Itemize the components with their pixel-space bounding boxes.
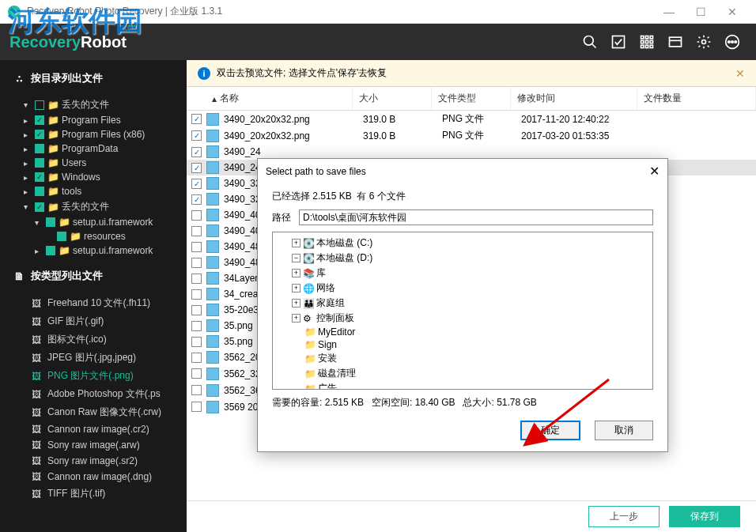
folder-tree-item[interactable]: 📁Sign (276, 338, 649, 351)
expand-icon[interactable]: ▸ (24, 130, 32, 139)
expand-icon[interactable]: − (292, 254, 301, 262)
checkbox[interactable] (191, 353, 202, 363)
expand-icon[interactable]: + (292, 314, 301, 323)
expand-icon[interactable]: + (292, 239, 301, 247)
file-row[interactable]: 3490_20x20x32.png319.0 BPNG 文件2017-11-20… (187, 111, 756, 127)
checkbox[interactable] (35, 158, 44, 168)
col-count[interactable]: 文件数量 (637, 87, 756, 110)
more-icon[interactable] (718, 28, 747, 56)
checkbox[interactable]: ✓ (35, 202, 44, 212)
checkbox[interactable] (35, 187, 44, 196)
folder-tree-item[interactable]: +⚙控制面板 (276, 311, 649, 326)
type-item[interactable]: 🖼Freehand 10 文件(.fh11) (0, 294, 187, 312)
checkbox[interactable] (191, 210, 202, 221)
checkbox[interactable] (191, 337, 202, 347)
checkbox[interactable] (35, 144, 44, 153)
type-item[interactable]: 🖼TIFF 图片(.tif) (0, 485, 187, 503)
col-type[interactable]: 文件类型 (432, 87, 511, 110)
checkbox[interactable] (191, 368, 202, 379)
type-item[interactable]: 🖼图标文件(.ico) (0, 330, 187, 349)
expand-icon[interactable]: ▸ (24, 116, 32, 125)
checkbox[interactable] (191, 305, 202, 315)
checkbox[interactable]: ✓ (35, 130, 44, 139)
tree-item[interactable]: ▾■📁丢失的文件 (0, 96, 187, 113)
close-button[interactable]: ✕ (716, 0, 748, 24)
expand-icon[interactable]: ▸ (35, 247, 43, 255)
folder-tree-item[interactable]: +👪家庭组 (276, 296, 649, 311)
checkbox[interactable] (57, 232, 66, 241)
type-item[interactable]: 🖼PNG 图片文件(.png) (0, 367, 187, 385)
col-name[interactable]: ▴ 名称 (187, 87, 353, 110)
tree-item[interactable]: ▸📁Users (0, 156, 187, 170)
folder-tree-item[interactable]: 📁磁盘清理 (276, 366, 649, 381)
type-item[interactable]: 🖼Cannon raw image(.dng) (0, 469, 187, 485)
type-item[interactable]: 🖼Cannon raw image(.cr2) (0, 421, 187, 437)
search-icon[interactable] (576, 28, 604, 56)
tree-item[interactable]: ▸✓📁Windows (0, 170, 187, 184)
tree-item[interactable]: ▸✓📁Program Files (0, 113, 187, 127)
expand-icon[interactable]: ▾ (35, 218, 43, 227)
check-icon[interactable] (604, 28, 633, 56)
expand-icon[interactable]: + (292, 299, 301, 308)
checkbox[interactable] (191, 385, 202, 395)
checkbox[interactable] (191, 274, 202, 284)
grid-icon[interactable] (633, 28, 661, 56)
tree-item[interactable]: ▸📁tools (0, 184, 187, 198)
checkbox[interactable] (191, 242, 202, 252)
checkbox[interactable] (191, 194, 202, 205)
checkbox[interactable] (191, 179, 202, 189)
col-size[interactable]: 大小 (353, 87, 432, 110)
checkbox[interactable] (191, 163, 202, 173)
type-item[interactable]: 🖼JPEG 图片(.jpg,jpeg) (0, 349, 187, 367)
expand-icon[interactable]: + (292, 269, 301, 277)
folder-tree-item[interactable]: 📁MyEditor (276, 326, 649, 338)
checkbox[interactable]: ✓ (35, 115, 44, 125)
file-row[interactable]: 3490_20x20x32.png319.0 BPNG 文件2017-03-20… (187, 127, 756, 144)
expand-icon[interactable]: ▸ (24, 159, 32, 168)
tree-item[interactable]: ▸📁ProgramData (0, 141, 187, 156)
settings-icon[interactable] (690, 28, 718, 56)
checkbox[interactable] (191, 258, 202, 268)
maximize-button[interactable]: ☐ (685, 0, 716, 24)
minimize-button[interactable]: — (653, 0, 685, 24)
checkbox[interactable] (191, 147, 202, 157)
expand-icon[interactable]: ▾ (24, 100, 32, 109)
save-button[interactable]: 保存到 (669, 506, 740, 527)
notice-close-icon[interactable]: ✕ (735, 67, 745, 80)
checkbox[interactable] (191, 114, 202, 124)
list-icon[interactable] (661, 28, 690, 56)
dialog-close-icon[interactable]: ✕ (649, 164, 660, 179)
expand-icon[interactable]: ▸ (24, 173, 32, 182)
checkbox[interactable]: ✓ (35, 172, 44, 182)
tree-item[interactable]: ▾📁setup.ui.framework (0, 215, 187, 229)
folder-tree-item[interactable]: −💽本地磁盘 (D:) (276, 251, 649, 266)
checkbox[interactable] (191, 289, 202, 300)
checkbox[interactable] (46, 246, 55, 255)
folder-tree[interactable]: +💽本地磁盘 (C:)−💽本地磁盘 (D:)+📚库+🌐网络+👪家庭组+⚙控制面板… (272, 232, 653, 390)
expand-icon[interactable]: ▾ (24, 202, 32, 211)
cancel-button[interactable]: 取消 (595, 421, 653, 440)
checkbox[interactable] (191, 130, 202, 141)
folder-tree-item[interactable]: 📁广告 (276, 381, 649, 390)
tree-item[interactable]: ▾✓📁丢失的文件 (0, 198, 187, 215)
type-item[interactable]: 🖼GIF 图片(.gif) (0, 312, 187, 330)
tree-item[interactable]: ▸📁setup.ui.framework (0, 243, 187, 258)
ok-button[interactable]: 确定 (520, 421, 580, 440)
checkbox[interactable] (46, 217, 55, 227)
type-item[interactable]: 🖼Adobe Photoshop 文件(.ps (0, 385, 187, 403)
tree-item[interactable]: 📁resources (0, 229, 187, 243)
tree-item[interactable]: ▸✓📁Program Files (x86) (0, 127, 187, 141)
checkbox[interactable] (191, 321, 202, 331)
expand-icon[interactable]: ▸ (24, 145, 32, 153)
col-date[interactable]: 修改时间 (511, 87, 637, 110)
checkbox[interactable]: ■ (35, 100, 44, 110)
checkbox[interactable] (191, 402, 202, 412)
folder-tree-item[interactable]: +🌐网络 (276, 281, 649, 296)
type-item[interactable]: 🖼Canon Raw 图像文件(.crw) (0, 403, 187, 421)
checkbox[interactable] (191, 226, 202, 236)
expand-icon[interactable]: + (292, 284, 301, 292)
expand-icon[interactable]: ▸ (24, 187, 32, 196)
type-item[interactable]: 🖼Sony raw image(.sr2) (0, 453, 187, 469)
folder-tree-item[interactable]: 📁安装 (276, 351, 649, 366)
folder-tree-item[interactable]: +📚库 (276, 266, 649, 281)
